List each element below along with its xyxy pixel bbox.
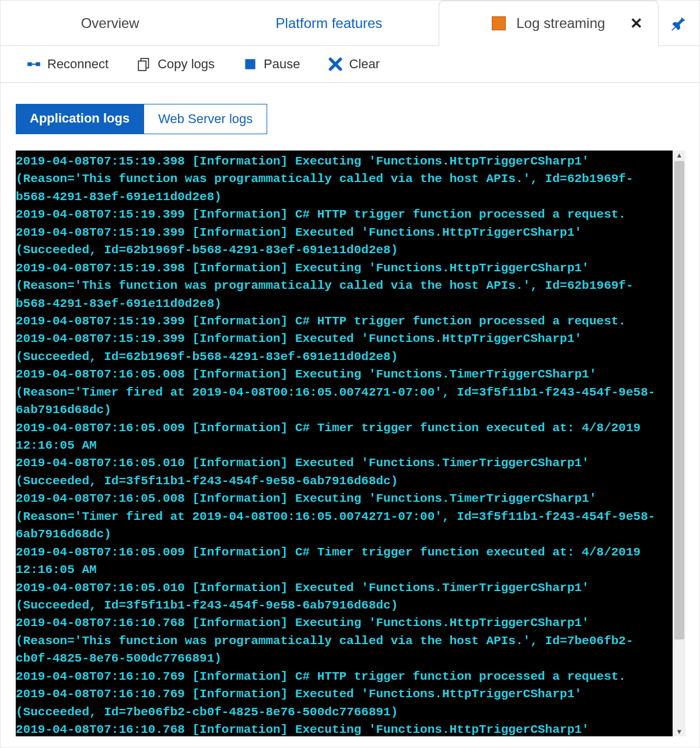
tab-platform-features[interactable]: Platform features — [219, 1, 438, 46]
pause-icon — [243, 57, 258, 72]
log-line: 2019-04-08T07:15:19.399 [Information] Ex… — [16, 330, 668, 366]
main-tab-bar: Overview Platform features Log streaming… — [1, 1, 699, 46]
log-line: 2019-04-08T07:16:05.010 [Information] Ex… — [16, 455, 668, 490]
clear-icon — [328, 57, 343, 72]
log-line: 2019-04-08T07:15:19.399 [Information] Ex… — [16, 224, 668, 260]
tab-web-server-logs-label: Web Server logs — [158, 111, 253, 126]
reconnect-button[interactable]: Reconnect — [26, 57, 108, 72]
content-area: Application logs Web Server logs 2019-04… — [1, 83, 699, 748]
svg-rect-2 — [32, 64, 36, 65]
tab-platform-features-label: Platform features — [276, 15, 383, 32]
pause-label: Pause — [264, 57, 300, 72]
scroll-up-icon[interactable]: ▲ — [673, 151, 685, 159]
log-line: 2019-04-08T07:16:10.768 [Information] Ex… — [16, 614, 668, 667]
log-line: 2019-04-08T07:16:05.010 [Information] Ex… — [16, 579, 668, 615]
log-type-tabs: Application logs Web Server logs — [16, 104, 685, 134]
console-wrap: 2019-04-08T07:15:19.398 [Information] Ex… — [16, 151, 685, 736]
clear-label: Clear — [349, 57, 380, 72]
tab-overview-label: Overview — [81, 15, 139, 32]
log-line: 2019-04-08T07:15:19.398 [Information] Ex… — [16, 260, 668, 313]
scroll-thumb[interactable] — [674, 161, 684, 639]
log-line: 2019-04-08T07:16:10.769 [Information] Ex… — [16, 686, 668, 721]
log-line: 2019-04-08T07:15:19.399 [Information] C#… — [16, 206, 668, 223]
svg-rect-4 — [138, 61, 146, 71]
clear-button[interactable]: Clear — [328, 57, 380, 72]
svg-rect-5 — [245, 59, 255, 69]
tab-web-server-logs[interactable]: Web Server logs — [144, 104, 267, 134]
pause-button[interactable]: Pause — [243, 57, 300, 72]
svg-rect-0 — [27, 62, 32, 67]
pin-button[interactable] — [659, 1, 699, 46]
log-console: 2019-04-08T07:15:19.398 [Information] Ex… — [16, 151, 673, 736]
tab-log-streaming-label: Log streaming — [516, 15, 605, 32]
log-line: 2019-04-08T07:16:05.009 [Information] C#… — [16, 420, 668, 455]
function-app-icon — [492, 16, 506, 30]
tab-application-logs[interactable]: Application logs — [16, 104, 144, 134]
svg-rect-1 — [36, 62, 40, 67]
copy-logs-button[interactable]: Copy logs — [136, 57, 215, 72]
tab-log-streaming[interactable]: Log streaming ✕ — [439, 1, 659, 46]
log-line: 2019-04-08T07:15:19.398 [Information] Ex… — [16, 153, 668, 206]
console-scrollbar[interactable]: ▲ ▼ — [673, 151, 685, 736]
log-line: 2019-04-08T07:15:19.399 [Information] C#… — [16, 313, 668, 330]
log-line: 2019-04-08T07:16:05.008 [Information] Ex… — [16, 366, 668, 419]
tab-overview[interactable]: Overview — [1, 1, 219, 46]
tab-application-logs-label: Application logs — [30, 111, 130, 125]
log-line: 2019-04-08T07:16:05.009 [Information] C#… — [16, 544, 668, 579]
close-icon[interactable]: ✕ — [630, 15, 643, 33]
copy-logs-label: Copy logs — [158, 57, 215, 72]
reconnect-icon — [26, 57, 41, 72]
log-toolbar: Reconnect Copy logs Pause Clear — [1, 46, 699, 83]
log-line: 2019-04-08T07:16:05.008 [Information] Ex… — [16, 490, 668, 543]
log-line: 2019-04-08T07:16:10.768 [Information] Ex… — [16, 721, 668, 736]
copy-icon — [136, 57, 152, 72]
log-line: 2019-04-08T07:16:10.769 [Information] C#… — [16, 668, 668, 686]
pin-icon — [671, 15, 687, 32]
reconnect-label: Reconnect — [47, 57, 108, 72]
scroll-down-icon[interactable]: ▼ — [673, 728, 685, 736]
